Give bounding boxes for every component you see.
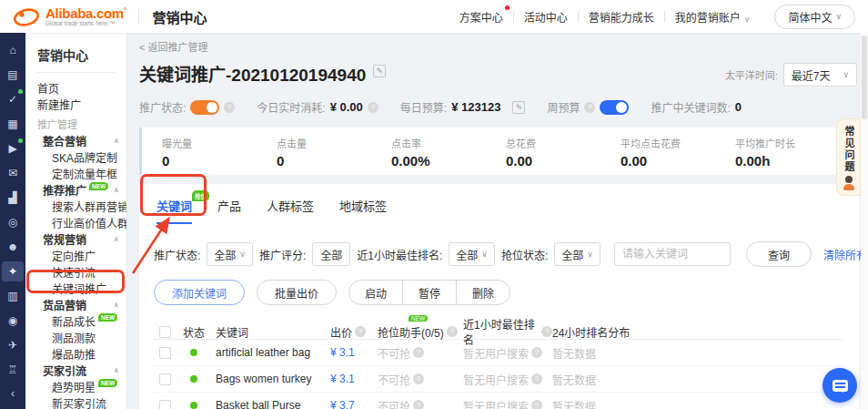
help-icon[interactable] [355, 326, 366, 337]
sidebar-item-search-retargeting[interactable]: 搜索人群再营销 [37, 198, 126, 214]
filter-status-select[interactable]: 全部 [207, 242, 253, 266]
tab-audience-labels[interactable]: 人群标签 [267, 197, 314, 224]
sidebar-item-quick-traffic[interactable]: 快速引流 [37, 263, 126, 280]
chevron-down-icon [835, 12, 842, 21]
add-keyword-button[interactable]: 添加关键词 [154, 280, 245, 305]
sidebar-group-recommended-promotion[interactable]: 推荐推广NEW [37, 181, 126, 198]
shop-icon[interactable]: ▤ [2, 65, 24, 85]
plane-icon[interactable]: ✈ [2, 335, 24, 355]
query-button[interactable]: 查询 [746, 241, 812, 267]
location-icon[interactable]: ◎ [2, 212, 24, 232]
tab-products[interactable]: 产品 [217, 197, 241, 224]
col-bid: 出价 [330, 324, 378, 340]
chart-icon[interactable]: ▟ [2, 188, 24, 208]
sidebar-item-hot-product-boost[interactable]: 爆品助推 [37, 345, 126, 362]
filter-grab-select[interactable]: 全部 [554, 242, 601, 266]
filter-score-input[interactable]: 全部 [312, 242, 350, 266]
start-button[interactable]: 启动 [349, 281, 402, 304]
help-icon[interactable] [531, 347, 542, 358]
help-icon[interactable] [531, 373, 542, 384]
campaign-status-toggle[interactable] [190, 100, 219, 115]
chevron-down-icon [239, 250, 246, 259]
chat-bubble-icon [833, 380, 848, 392]
sidebar-item-keyword-promotion[interactable]: 关键词推广 [37, 280, 126, 296]
sidebar-item-custom-traffic-frame[interactable]: 定制流量年框 [37, 165, 126, 181]
promotion-icon[interactable]: ✦ [2, 261, 24, 281]
apps-icon[interactable]: ▦ [2, 114, 24, 134]
nav-my-account[interactable]: 我的营销账户 [665, 9, 761, 25]
delete-button[interactable]: 删除 [456, 281, 510, 304]
edit-budget-icon[interactable] [512, 101, 525, 114]
bank-icon[interactable]: ♖ [2, 360, 24, 380]
collapse-caret-icon [114, 186, 120, 194]
daily-budget-label: 每日预算: [400, 99, 447, 115]
batch-bid-button[interactable]: 批量出价 [257, 280, 337, 305]
collapse-sidebar-icon[interactable]: ‹ [11, 387, 15, 400]
help-icon[interactable] [447, 326, 458, 337]
sidebar-group-buyer-traffic[interactable]: 买家引流 [37, 362, 126, 378]
home-icon[interactable]: ⌂ [2, 40, 24, 60]
sidebar-group-integrated-marketing[interactable]: 整合营销 [37, 132, 126, 148]
sidebar-item-ska-brand-custom[interactable]: SKA品牌定制 [37, 148, 126, 165]
sidebar-item-targeted-promotion[interactable]: 定向推广 [37, 247, 126, 263]
help-icon[interactable] [224, 102, 235, 113]
tab-keywords[interactable]: 关键词抢位 [156, 197, 192, 224]
faq-tab-label: 常见问题 [843, 126, 853, 173]
daily-budget-value: ¥ 123123 [451, 100, 500, 114]
sidebar-group-regular-marketing[interactable]: 常规营销 [37, 230, 126, 247]
keyword-search-input[interactable] [614, 242, 731, 266]
edit-title-icon[interactable] [373, 65, 386, 77]
date-range-select[interactable]: 最近7天 [783, 63, 857, 87]
globe-icon[interactable]: ◉ [2, 311, 24, 331]
select-all-checkbox[interactable] [159, 326, 171, 338]
top-header: Alibaba.com° Global trade starts here.™ … [0, 0, 868, 33]
message-icon[interactable]: ✉ [2, 163, 24, 183]
help-icon[interactable] [413, 400, 424, 409]
help-icon[interactable] [413, 347, 424, 358]
cell-bid[interactable]: ¥ 3.1 [330, 346, 378, 359]
row-checkbox[interactable] [159, 400, 171, 409]
weekly-budget-toggle[interactable] [600, 100, 629, 115]
video-icon[interactable]: ▶ [2, 138, 24, 158]
nav-solution-center[interactable]: 方案中心 [449, 9, 513, 25]
sidebar-item-home-page[interactable]: 首页 [37, 79, 126, 96]
chevron-down-icon [481, 250, 488, 259]
audit-icon[interactable]: ✓ [2, 89, 24, 109]
table-row[interactable]: Basket ball Purse ¥ 3.7 不可抢 暂无用户搜索 暂无数据 [154, 393, 844, 409]
new-badge: NEW [98, 313, 117, 322]
language-selector[interactable]: 简体中文 [774, 5, 855, 29]
keyword-count-label: 推广中关键词数: [651, 99, 730, 115]
filter-rank-select[interactable]: 全部 [449, 242, 495, 266]
help-icon[interactable] [531, 400, 542, 409]
sidebar-item-new-product-growth[interactable]: 新品成长NEW [37, 312, 126, 329]
breadcrumb-back-link[interactable]: < 返回推广管理 [127, 33, 868, 54]
pause-button[interactable]: 暂停 [402, 281, 456, 304]
sidebar-item-new-campaign[interactable]: 新建推广 [37, 96, 126, 112]
table-row[interactable]: Bags women turkey ¥ 3.1 不可抢 暂无用户搜索 暂无数据 [154, 366, 844, 393]
row-checkbox[interactable] [159, 373, 171, 385]
chevron-down-icon [744, 15, 751, 24]
sidebar-item-product-testing[interactable]: 测品测款 [37, 329, 126, 345]
faq-side-tab[interactable]: 常见问题 [836, 118, 861, 196]
sidebar-item-new-buyer-traffic[interactable]: 新买家引流 [37, 394, 126, 409]
sidebar-item-industry-high-value[interactable]: 行业高价值人群 [37, 214, 126, 230]
tab-region-labels[interactable]: 地域标签 [339, 197, 387, 224]
scrollbar-thumb[interactable] [862, 36, 867, 119]
app-title: 营销中心 [152, 7, 207, 26]
alibaba-logo[interactable]: Alibaba.com° Global trade starts here.™ [13, 6, 126, 27]
sidebar-group-product-marketing[interactable]: 货品营销 [37, 296, 126, 312]
row-checkbox[interactable] [159, 347, 171, 359]
nav-activity-center[interactable]: 活动中心 [514, 9, 578, 25]
cell-bid[interactable]: ¥ 3.7 [330, 399, 378, 409]
today-cost-label: 今日实时消耗: [257, 99, 325, 115]
nav-marketing-growth[interactable]: 营销能力成长 [579, 9, 664, 25]
chat-support-button[interactable] [823, 368, 857, 403]
cell-bid[interactable]: ¥ 3.1 [330, 373, 378, 385]
orders-icon[interactable]: ▥ [2, 286, 24, 306]
help-icon[interactable] [413, 373, 424, 384]
help-icon[interactable] [584, 102, 595, 113]
help-icon[interactable] [368, 102, 378, 113]
sidebar-item-trend-star[interactable]: 趋势明星NEW [37, 378, 126, 394]
team-icon[interactable]: ☻ [2, 237, 24, 257]
help-icon[interactable] [541, 326, 552, 337]
